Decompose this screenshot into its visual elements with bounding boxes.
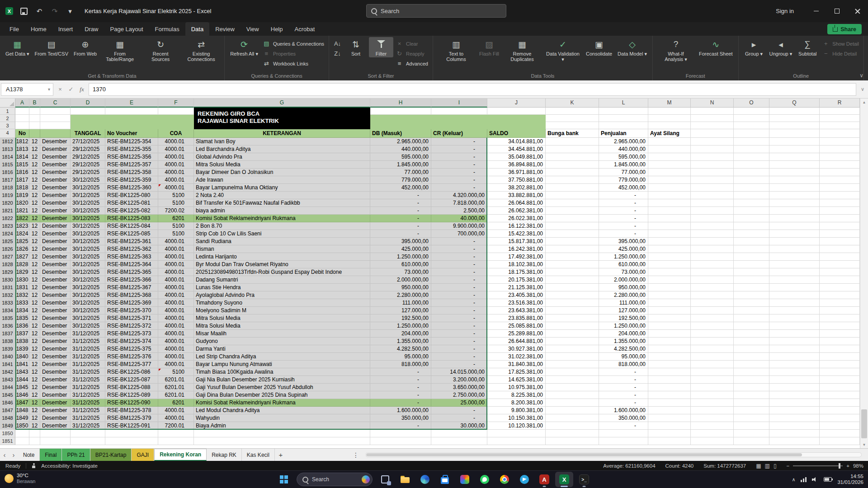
cell[interactable]: -: [431, 322, 487, 330]
row-header[interactable]: 1843: [0, 376, 15, 384]
cell[interactable]: 30/12/2025: [71, 268, 105, 276]
header-cell-ayat[interactable]: Ayat Silang: [648, 129, 691, 138]
cell[interactable]: 31/12/2025: [71, 368, 105, 376]
status-sum[interactable]: Sum: 1472772637: [703, 463, 746, 469]
cell[interactable]: [734, 207, 769, 215]
cell[interactable]: 23.405.381,00: [487, 291, 546, 299]
ribbon-button-ungroup[interactable]: ◂Ungroup ▾: [767, 37, 795, 57]
ribbon-button-show-detail[interactable]: +Show Detail: [821, 40, 860, 47]
cell[interactable]: [820, 345, 860, 353]
cell[interactable]: 4000.01: [158, 245, 194, 253]
battery-icon[interactable]: [824, 477, 832, 482]
cell[interactable]: [546, 345, 599, 353]
cell[interactable]: 1.250.000,00: [599, 253, 648, 261]
cell[interactable]: 610.000,00: [599, 261, 648, 268]
close-button[interactable]: [847, 0, 868, 22]
cell[interactable]: [546, 261, 599, 268]
cell[interactable]: [734, 138, 769, 145]
cell[interactable]: 30/12/2025: [71, 199, 105, 207]
row-header[interactable]: 1835: [0, 314, 15, 322]
cell[interactable]: [691, 430, 734, 437]
cell[interactable]: -: [599, 376, 648, 384]
cell[interactable]: Gudyono: [194, 338, 370, 345]
cell[interactable]: 12: [29, 176, 40, 184]
cell[interactable]: [648, 422, 691, 430]
cell[interactable]: [734, 115, 769, 122]
row-header[interactable]: 1830: [0, 276, 15, 284]
cell[interactable]: 15.817.381,00: [487, 238, 546, 245]
telegram-icon[interactable]: [515, 472, 533, 487]
row-header[interactable]: 1812: [0, 138, 15, 145]
page-break-preview-icon[interactable]: ▯: [774, 463, 777, 469]
cell[interactable]: 26.022.381,00: [487, 215, 546, 222]
ribbon-button-from-web[interactable]: ⊕From Web: [71, 37, 99, 57]
cell[interactable]: 29/12/2025: [71, 145, 105, 153]
cell[interactable]: -: [431, 314, 487, 322]
cell[interactable]: [648, 368, 691, 376]
cell[interactable]: [820, 368, 860, 376]
cell[interactable]: 1848: [15, 407, 29, 414]
row-header[interactable]: 1829: [0, 268, 15, 276]
column-header-C[interactable]: C: [40, 99, 71, 108]
row-header[interactable]: 1831: [0, 284, 15, 291]
cell[interactable]: -: [599, 368, 648, 376]
sheet-tab-pph-21[interactable]: PPh 21: [62, 449, 90, 461]
sheet-tab-rekap-rk[interactable]: Rekap RK: [207, 449, 242, 461]
cell[interactable]: [820, 430, 860, 437]
cell[interactable]: 15.422.381,00: [487, 230, 546, 238]
horizontal-scrollbar-thumb[interactable]: [366, 453, 802, 456]
cell[interactable]: Desember: [40, 330, 71, 338]
photos-icon[interactable]: [456, 472, 474, 487]
redo-icon[interactable]: ↷: [50, 7, 59, 16]
cell[interactable]: [734, 407, 769, 414]
cell[interactable]: -: [431, 338, 487, 345]
cell[interactable]: 30.927.381,00: [487, 345, 546, 353]
cell[interactable]: [691, 230, 734, 238]
cell[interactable]: -: [431, 238, 487, 245]
cell[interactable]: 29/12/2025: [71, 153, 105, 161]
cell[interactable]: [820, 215, 860, 222]
cell[interactable]: [820, 391, 860, 399]
cell[interactable]: 31/12/2025: [71, 361, 105, 368]
cell[interactable]: 818.000,00: [599, 361, 648, 368]
ribbon-button-from-table-range[interactable]: ▦From Table/Range: [100, 37, 140, 63]
cell[interactable]: 1.600.000,00: [599, 407, 648, 414]
zoom-level[interactable]: 98%: [853, 463, 863, 469]
cell[interactable]: Biaya Admin: [194, 422, 370, 430]
cell[interactable]: [546, 399, 599, 407]
cell[interactable]: 12: [29, 238, 40, 245]
cell[interactable]: 1819: [15, 192, 29, 199]
cell[interactable]: [769, 422, 820, 430]
cell[interactable]: Desember: [40, 169, 71, 176]
cell[interactable]: RSE-BK1225-082: [105, 207, 158, 215]
cell[interactable]: 31/12/2025: [71, 407, 105, 414]
cell[interactable]: Desember: [40, 399, 71, 407]
cell[interactable]: [105, 430, 158, 437]
cell[interactable]: 12: [29, 384, 40, 391]
row-header[interactable]: 1850: [0, 430, 15, 437]
cell[interactable]: [599, 115, 648, 122]
cell[interactable]: 12: [29, 253, 40, 261]
row-header[interactable]: 3: [0, 122, 15, 129]
cell[interactable]: 4000.01: [158, 353, 194, 361]
cell[interactable]: [769, 437, 820, 445]
column-header-B[interactable]: B: [29, 99, 40, 108]
cell[interactable]: 25.085.881,00: [487, 322, 546, 330]
cell[interactable]: Led Strip Chandra Aditya: [194, 353, 370, 361]
cell[interactable]: [734, 176, 769, 184]
column-header-G[interactable]: G: [194, 99, 370, 108]
cell[interactable]: 30.000,00: [431, 422, 487, 430]
cell[interactable]: 1.600.000,00: [370, 407, 431, 414]
row-header[interactable]: 1844: [0, 384, 15, 391]
cell[interactable]: RSE-BK1225-085: [105, 230, 158, 238]
cell[interactable]: [769, 238, 820, 245]
ribbon-button-advanced[interactable]: ≡Advanced: [394, 60, 429, 67]
cell[interactable]: [546, 207, 599, 215]
cell[interactable]: Dadang Sumantri: [194, 276, 370, 284]
cell[interactable]: [40, 115, 71, 122]
cell[interactable]: [691, 153, 734, 161]
cell[interactable]: 40.000,00: [431, 215, 487, 222]
cell[interactable]: 127.000,00: [599, 307, 648, 314]
cell[interactable]: Desember: [40, 176, 71, 184]
cell[interactable]: [734, 108, 769, 115]
